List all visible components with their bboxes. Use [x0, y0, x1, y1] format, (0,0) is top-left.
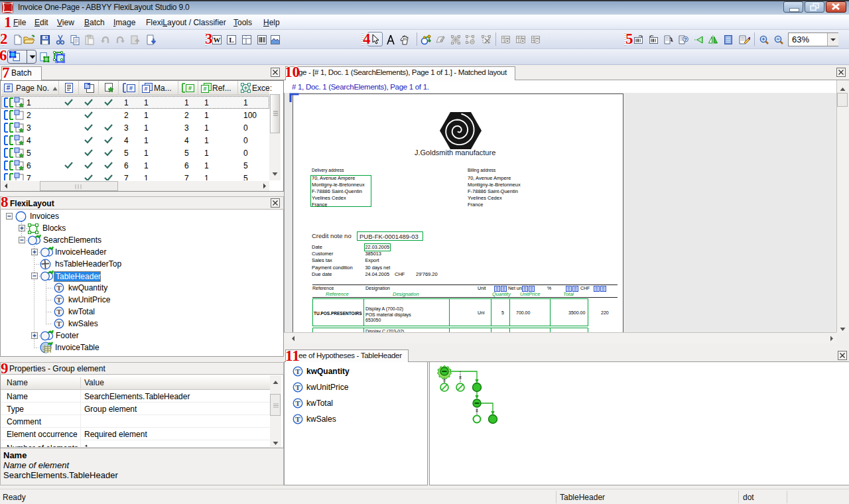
svg-text:T: T [295, 415, 300, 423]
svg-text:#: # [7, 84, 11, 92]
svg-text:T: T [295, 383, 300, 391]
svg-text:#: # [129, 85, 133, 92]
svg-text:W: W [214, 36, 221, 44]
svg-text:#: # [188, 85, 192, 92]
svg-text:?: ? [684, 36, 687, 42]
svg-text:#: # [203, 86, 206, 92]
svg-text:T: T [56, 284, 62, 292]
svg-text:T: T [295, 367, 300, 375]
svg-text:T: T [56, 308, 62, 316]
svg-text:L: L [229, 36, 233, 44]
svg-text:#: # [144, 86, 147, 92]
svg-text:T: T [56, 320, 62, 328]
svg-text:T: T [56, 296, 62, 304]
svg-text:T: T [295, 399, 300, 407]
